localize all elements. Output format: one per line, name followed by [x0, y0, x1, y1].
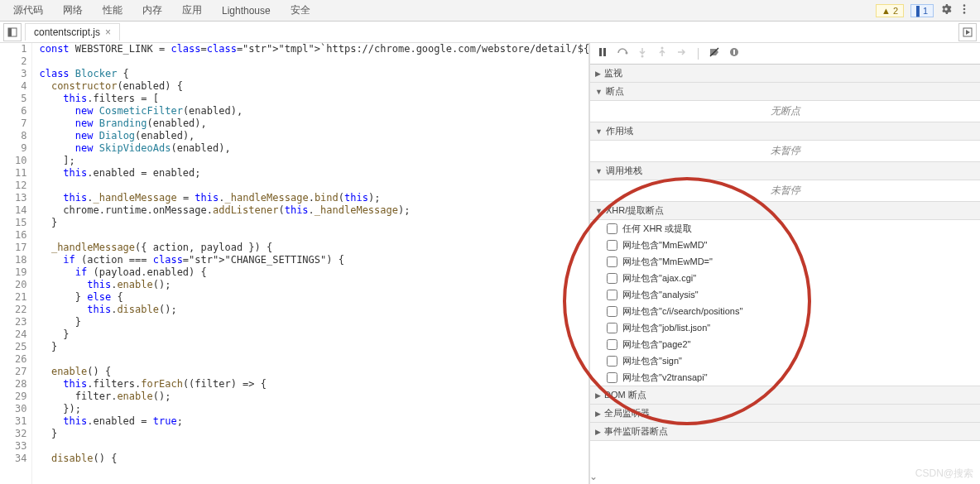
xhr-bp-checkbox[interactable] [607, 273, 617, 284]
global-section[interactable]: ▶全局监听器 [590, 405, 980, 423]
file-name: contentscript.js [34, 26, 100, 38]
file-tab[interactable]: contentscript.js × [25, 23, 120, 41]
pause-exceptions-icon[interactable] [728, 46, 740, 60]
tab-network[interactable]: 网络 [53, 0, 93, 21]
deactivate-bp-icon[interactable] [709, 46, 720, 60]
svg-rect-7 [603, 48, 606, 56]
svg-rect-4 [8, 28, 12, 36]
more-icon[interactable] [958, 3, 970, 17]
step-out-icon[interactable] [656, 46, 668, 60]
xhr-bp-label: 网址包含"analysis" [622, 289, 699, 301]
close-icon[interactable]: × [105, 26, 111, 38]
warnings-badge[interactable]: ▲ 2 [876, 4, 904, 17]
xhr-bp-label: 网址包含"page2" [622, 338, 690, 351]
watermark: CSDN@搜索 [915, 467, 973, 481]
svg-point-9 [641, 55, 644, 58]
run-snippet-icon[interactable] [958, 23, 977, 41]
svg-point-2 [963, 12, 966, 14]
xhr-bp-item[interactable]: 网址包含"MmEwMD" [590, 237, 980, 253]
debugger-toolbar [590, 43, 980, 65]
tab-application[interactable]: 应用 [172, 0, 212, 21]
xhr-bp-item[interactable]: 任何 XHR 或提取 [590, 220, 980, 237]
settings-icon[interactable] [940, 3, 952, 17]
xhr-bp-checkbox[interactable] [607, 356, 617, 367]
xhr-bp-checkbox[interactable] [607, 323, 617, 333]
callstack-section[interactable]: ▼调用堆栈 [590, 162, 980, 180]
code-content[interactable]: const WEBSTORE_LINK = class=class="str">… [32, 43, 588, 484]
xhr-bp-label: 网址包含"job/list.json" [622, 322, 710, 334]
no-breakpoints-text: 无断点 [590, 101, 980, 122]
svg-point-0 [963, 4, 966, 7]
xhr-bp-item[interactable]: 网址包含"job/list.json" [590, 319, 980, 336]
line-gutter: 1234567891011121314151617181920212223242… [0, 43, 32, 484]
svg-rect-6 [599, 48, 602, 56]
svg-point-10 [661, 47, 664, 50]
step-icon[interactable] [676, 46, 688, 60]
xhr-breakpoint-list: 任何 XHR 或提取 网址包含"MmEwMD" 网址包含"MmEwMD=" 网址… [590, 220, 980, 386]
tab-sources[interactable]: 源代码 [3, 0, 53, 21]
tab-lighthouse[interactable]: Lighthouse [212, 2, 281, 20]
xhr-bp-item[interactable]: 网址包含"sign" [590, 352, 980, 369]
xhr-bp-checkbox[interactable] [607, 372, 617, 383]
xhr-bp-item[interactable]: 网址包含"ajax.cgi" [590, 270, 980, 286]
scroll-down-icon[interactable]: ⌄ [589, 471, 598, 482]
xhr-bp-checkbox[interactable] [607, 223, 617, 234]
xhr-bp-item[interactable]: 网址包含"MmEwMD=" [590, 253, 980, 270]
xhr-bp-item[interactable]: 网址包含"v2transapi" [590, 369, 980, 386]
xhr-bp-checkbox[interactable] [607, 240, 617, 251]
xhr-bp-label: 网址包含"c/i/search/positions" [622, 305, 742, 318]
scope-section[interactable]: ▼作用域 [590, 122, 980, 141]
svg-point-1 [963, 8, 966, 11]
callstack-not-paused: 未暂停 [590, 180, 980, 202]
xhr-bp-checkbox[interactable] [607, 339, 617, 350]
step-into-icon[interactable] [637, 46, 648, 60]
xhr-section[interactable]: ▼XHR/提取断点 [590, 202, 980, 220]
messages-badge[interactable]: ▌1 [910, 4, 934, 17]
file-tabs-bar: contentscript.js × [0, 22, 980, 43]
xhr-bp-label: 网址包含"ajax.cgi" [622, 272, 696, 285]
breakpoints-section[interactable]: ▼断点 [590, 83, 980, 101]
svg-point-8 [626, 52, 628, 55]
pause-icon[interactable] [597, 46, 608, 60]
scope-not-paused: 未暂停 [590, 141, 980, 162]
xhr-bp-item[interactable]: 网址包含"analysis" [590, 286, 980, 303]
xhr-bp-checkbox[interactable] [607, 306, 617, 317]
step-over-icon[interactable] [617, 46, 628, 60]
navigator-toggle-icon[interactable] [3, 23, 22, 41]
xhr-bp-checkbox[interactable] [607, 256, 617, 267]
dom-section[interactable]: ▶DOM 断点 [590, 386, 980, 405]
tab-security[interactable]: 安全 [281, 0, 320, 21]
devtools-tabs: 源代码 网络 性能 内存 应用 Lighthouse 安全 ▲ 2 ▌1 [0, 0, 980, 22]
debugger-pane: ▶监视 ▼断点 无断点 ▼作用域 未暂停 ▼调用堆栈 未暂停 ▼XHR/提取断点… [589, 43, 980, 484]
tab-memory[interactable]: 内存 [132, 0, 172, 21]
code-editor[interactable]: 1234567891011121314151617181920212223242… [0, 43, 589, 484]
tab-performance[interactable]: 性能 [93, 0, 132, 21]
xhr-bp-label: 网址包含"MmEwMD=" [622, 256, 713, 268]
xhr-bp-label: 任何 XHR 或提取 [622, 223, 692, 235]
event-section[interactable]: ▶事件监听器断点 [590, 423, 980, 441]
xhr-bp-item[interactable]: 网址包含"page2" [590, 336, 980, 352]
svg-rect-13 [733, 50, 735, 55]
watch-section[interactable]: ▶监视 [590, 65, 980, 83]
xhr-bp-checkbox[interactable] [607, 290, 617, 300]
xhr-bp-label: 网址包含"MmEwMD" [622, 239, 708, 252]
xhr-bp-item[interactable]: 网址包含"c/i/search/positions" [590, 303, 980, 319]
xhr-bp-label: 网址包含"sign" [622, 355, 682, 367]
xhr-bp-label: 网址包含"v2transapi" [622, 371, 708, 384]
